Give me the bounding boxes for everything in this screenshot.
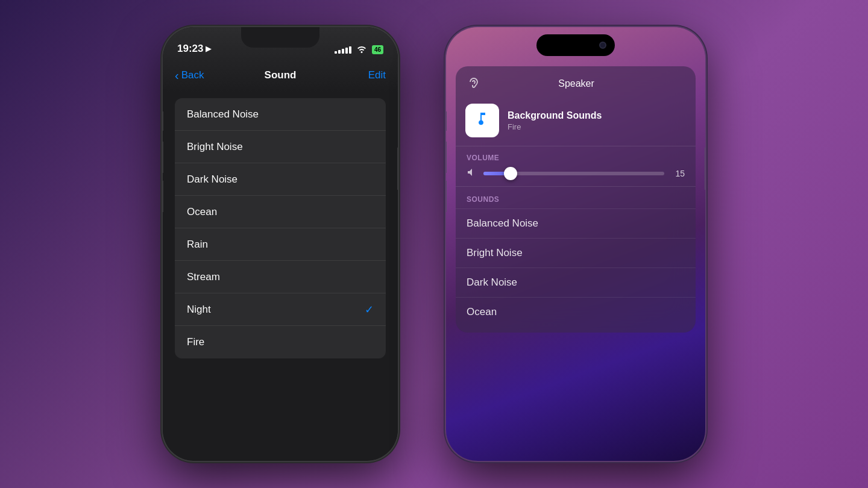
- sound-item-label: Balanced Noise: [187, 108, 374, 120]
- sound-item[interactable]: Rain: [175, 228, 386, 261]
- back-label: Back: [181, 69, 204, 81]
- front-camera: [599, 42, 606, 49]
- silent-button[interactable]: [163, 111, 163, 131]
- sound-item-label: Stream: [187, 271, 374, 283]
- sound-item-label: Fire: [187, 336, 374, 348]
- sound-row-right[interactable]: Dark Noise: [456, 267, 696, 297]
- sound-item[interactable]: Ocean: [175, 196, 386, 228]
- sounds-label: Sounds: [456, 193, 696, 208]
- sound-item[interactable]: Dark Noise: [175, 163, 386, 196]
- notch: [241, 27, 319, 48]
- sound-row-label: Balanced Noise: [467, 217, 538, 230]
- volume-label: Volume: [467, 154, 685, 162]
- volume-thumb: [504, 167, 517, 180]
- sound-item[interactable]: Fire: [175, 326, 386, 358]
- volume-slider[interactable]: [483, 172, 664, 175]
- sound-item[interactable]: Bright Noise: [175, 131, 386, 163]
- right-phone: Speaker Background Sounds Fire Volume: [446, 27, 705, 461]
- sound-row-label: Dark Noise: [467, 277, 517, 289]
- sound-item-label: Night: [187, 304, 365, 316]
- navigation-bar: ‹ Back Sound Edit: [163, 60, 398, 91]
- sound-item-label: Bright Noise: [187, 141, 374, 153]
- output-label: Speaker: [487, 78, 665, 89]
- status-time: 19:23 ▶: [177, 43, 211, 55]
- back-chevron-icon: ‹: [175, 69, 179, 83]
- sound-list: Balanced NoiseBright NoiseDark NoiseOcea…: [175, 98, 386, 358]
- now-playing-row: Background Sounds Fire: [456, 99, 696, 146]
- sound-row-label: Ocean: [467, 306, 497, 318]
- wifi-icon: [356, 45, 367, 55]
- volume-row: 15: [467, 168, 685, 179]
- dynamic-island: [536, 34, 615, 56]
- page-title: Sound: [265, 69, 297, 81]
- sound-item-label: Ocean: [187, 206, 374, 218]
- volume-down-button-r[interactable]: [446, 181, 447, 212]
- sound-item[interactable]: Balanced Noise: [175, 98, 386, 131]
- left-phone: 19:23 ▶ 46 ‹ Back Sound Edit: [163, 27, 398, 461]
- music-note-icon: [473, 110, 491, 132]
- sound-item[interactable]: Night✓: [175, 293, 386, 326]
- sound-row-label: Bright Noise: [467, 247, 523, 259]
- location-icon: ▶: [206, 45, 211, 53]
- sound-row-right[interactable]: Balanced Noise: [456, 208, 696, 238]
- card-header: Speaker: [456, 66, 696, 99]
- volume-up-button[interactable]: [163, 142, 163, 173]
- volume-up-button-r[interactable]: [446, 142, 447, 173]
- album-art: [465, 104, 499, 137]
- volume-icon: [467, 168, 477, 179]
- ear-icon: [467, 75, 481, 93]
- checkmark-icon: ✓: [365, 303, 374, 316]
- sound-item-label: Dark Noise: [187, 174, 374, 186]
- sound-item[interactable]: Stream: [175, 261, 386, 293]
- silent-button-r[interactable]: [446, 111, 447, 131]
- sounds-section: Sounds Balanced NoiseBright NoiseDark No…: [456, 187, 696, 333]
- volume-section: Volume 15: [456, 146, 696, 187]
- track-info: Background Sounds Fire: [508, 110, 686, 131]
- volume-down-button[interactable]: [163, 181, 163, 212]
- sound-row-right[interactable]: Ocean: [456, 297, 696, 327]
- signal-icon: [335, 46, 351, 54]
- power-button[interactable]: [397, 148, 398, 190]
- control-center-card: Speaker Background Sounds Fire Volume: [456, 66, 696, 333]
- edit-button[interactable]: Edit: [368, 69, 386, 81]
- sound-row-right[interactable]: Bright Noise: [456, 238, 696, 267]
- track-subtitle: Fire: [508, 122, 686, 131]
- sound-item-label: Rain: [187, 239, 374, 251]
- track-title: Background Sounds: [508, 110, 686, 121]
- back-button[interactable]: ‹ Back: [175, 69, 204, 83]
- power-button-r[interactable]: [705, 148, 705, 190]
- battery-indicator: 46: [372, 45, 383, 54]
- volume-value: 15: [670, 169, 685, 178]
- status-right-icons: 46: [335, 45, 383, 55]
